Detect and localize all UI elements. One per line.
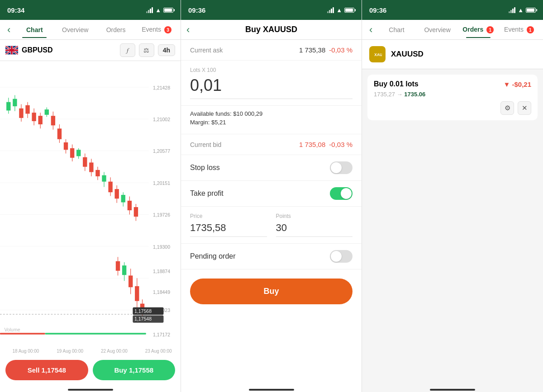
- order-item: Buy 0.01 lots ▼ -$0,21 1735,27 → 1735.06…: [367, 75, 538, 120]
- order-panel: 09:36 ▲ ‹ Buy XAUUSD Current ask 1 735,3…: [181, 0, 362, 392]
- price-inputs-section: Price 1735,58 Points 30: [181, 207, 362, 244]
- price-value[interactable]: 1735,58: [190, 222, 267, 237]
- order-item-pnl: ▼ -$0,21: [504, 80, 531, 88]
- points-input-group: Points 30: [276, 213, 353, 237]
- lots-value[interactable]: 0,01: [190, 76, 352, 95]
- stop-loss-toggle[interactable]: [330, 161, 352, 174]
- order-back-btn[interactable]: ‹: [186, 24, 190, 36]
- stop-loss-label: Stop loss: [190, 164, 220, 172]
- take-profit-toggle[interactable]: [330, 187, 352, 200]
- indicator-btn[interactable]: 𝑓: [120, 43, 135, 57]
- symbol-row: XAU XAUUSD: [362, 40, 543, 69]
- order-item-top: Buy 0.01 lots ▼ -$0,21: [374, 80, 531, 88]
- take-profit-row: Take profit: [181, 181, 362, 207]
- nav-tabs-3: ‹ Chart Overview Orders 1 Events 1: [362, 20, 543, 40]
- svg-rect-56: [95, 170, 100, 176]
- events-badge-1: 3: [164, 26, 171, 33]
- close-btn[interactable]: ✕: [518, 101, 531, 115]
- pending-order-toggle[interactable]: [330, 250, 352, 263]
- svg-text:1,17568: 1,17568: [134, 308, 152, 314]
- take-profit-label: Take profit: [190, 189, 224, 198]
- svg-text:1,21002: 1,21002: [153, 117, 170, 122]
- status-bar-1: 09:34 ▲: [0, 0, 181, 20]
- status-icons-1: ▲: [146, 7, 173, 14]
- svg-rect-68: [134, 207, 138, 217]
- order-item-title: Buy 0.01 lots: [374, 80, 419, 88]
- symbol-name-3: XAUUSD: [391, 50, 424, 59]
- stop-loss-row: Stop loss: [181, 155, 362, 181]
- tab-chart-3[interactable]: Chart: [376, 22, 417, 38]
- svg-text:XAU: XAU: [374, 52, 382, 57]
- price-from: 1735,27: [374, 91, 395, 98]
- date-4: 23 Aug 00:00: [145, 349, 172, 354]
- margin-row: Margin: $5,21: [190, 119, 352, 126]
- pending-order-label: Pending order: [190, 252, 236, 260]
- svg-rect-46: [64, 142, 68, 150]
- buy-button-green[interactable]: Buy 1,17558: [93, 360, 176, 380]
- events-badge-3: 1: [527, 26, 534, 33]
- tab-orders-1[interactable]: Orders: [95, 22, 136, 38]
- svg-rect-54: [89, 162, 93, 172]
- home-indicator-1: [0, 389, 181, 392]
- current-bid-change: -0,03 %: [329, 141, 352, 148]
- tab-events-1[interactable]: Events 3: [136, 21, 177, 38]
- price-input-group: Price 1735,58: [190, 213, 267, 237]
- signal-icon-1: [146, 7, 153, 13]
- svg-text:1,18874: 1,18874: [153, 269, 170, 274]
- back-button-1[interactable]: ‹: [4, 22, 14, 38]
- lots-section: Lots X 100 0,01: [181, 61, 362, 106]
- svg-rect-48: [70, 148, 74, 158]
- svg-text:1,19300: 1,19300: [153, 244, 170, 250]
- signal-icon-2: [327, 7, 334, 13]
- svg-text:1,18449: 1,18449: [153, 290, 170, 295]
- settings-btn[interactable]: ⚙: [500, 101, 514, 115]
- current-ask-row: Current ask 1 735,38 -0,03 %: [181, 40, 362, 61]
- pending-order-row: Pending order: [181, 244, 362, 269]
- svg-rect-78: [135, 286, 139, 301]
- chart-toolbar: GBPUSD 𝑓 ⚖ 4h: [0, 40, 181, 61]
- status-bar-2: 09:36 ▲: [181, 0, 362, 20]
- wifi-icon-2: ▲: [336, 7, 342, 14]
- home-indicator-2: [181, 389, 362, 392]
- chart-area[interactable]: 1,21428 1,21002 1,20577 1,20151 1,19726 …: [0, 61, 181, 347]
- tab-overview-3[interactable]: Overview: [417, 22, 458, 38]
- tab-events-3[interactable]: Events 1: [499, 21, 539, 38]
- tab-chart-1[interactable]: Chart: [14, 22, 55, 38]
- points-label: Points: [276, 213, 353, 219]
- current-ask-change: -0,03 %: [329, 46, 352, 54]
- svg-rect-58: [102, 175, 106, 182]
- compare-btn[interactable]: ⚖: [139, 43, 154, 57]
- order-header: ‹ Buy XAUUSD: [181, 20, 362, 40]
- pnl-value: -$0,21: [512, 80, 531, 88]
- pnl-arrow-icon: ▼: [504, 80, 510, 88]
- chart-panel: 09:34 ▲ ‹ Chart Overview Orders Events 3: [0, 0, 181, 392]
- svg-text:1,19726: 1,19726: [153, 212, 170, 217]
- svg-rect-42: [51, 116, 55, 125]
- date-1: 18 Aug 00:00: [12, 349, 39, 354]
- buy-orange-button[interactable]: Buy: [190, 279, 352, 304]
- price-to: 1735.06: [404, 91, 425, 98]
- tab-orders-3[interactable]: Orders 1: [458, 21, 499, 38]
- status-bar-3: 09:36 ▲: [362, 0, 543, 20]
- time-1: 09:34: [7, 6, 24, 14]
- svg-rect-30: [13, 99, 17, 106]
- back-button-3[interactable]: ‹: [366, 22, 376, 38]
- time-2: 09:36: [188, 6, 205, 14]
- tab-overview-1[interactable]: Overview: [55, 22, 95, 38]
- order-item-price: 1735,27 → 1735.06: [374, 91, 531, 98]
- points-value[interactable]: 30: [276, 222, 353, 237]
- svg-rect-38: [38, 116, 42, 124]
- symbol-name-1: GBPUSD: [22, 46, 116, 54]
- svg-text:1,17548: 1,17548: [134, 316, 152, 321]
- empty-orders-area: [362, 120, 543, 389]
- wifi-icon-3: ▲: [518, 7, 524, 14]
- timeframe-btn[interactable]: 4h: [158, 44, 175, 56]
- svg-rect-66: [128, 201, 132, 210]
- svg-rect-52: [83, 157, 87, 167]
- svg-rect-62: [114, 189, 119, 198]
- svg-rect-76: [129, 275, 133, 287]
- sell-button[interactable]: Sell 1,17548: [5, 360, 88, 380]
- signal-icon-3: [509, 7, 515, 13]
- status-icons-3: ▲: [509, 7, 536, 14]
- svg-rect-85: [0, 333, 45, 335]
